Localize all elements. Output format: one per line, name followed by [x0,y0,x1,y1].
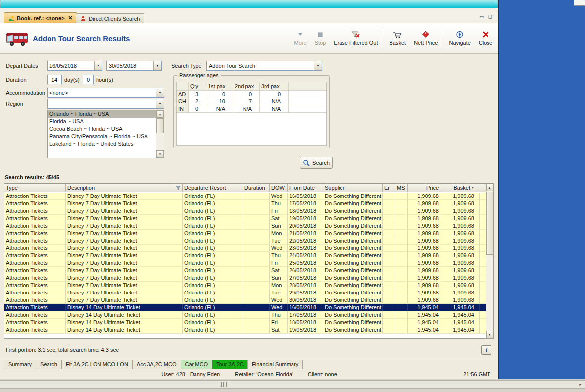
result-row[interactable]: Attraction TicketsDisney 7 Day Ultimate … [4,245,486,252]
col-header-type[interactable]: Type [4,184,66,192]
result-row[interactable]: Attraction TicketsDisney 14 Day Ultimate… [4,311,486,319]
result-row[interactable]: Attraction TicketsDisney 7 Day Ultimate … [4,222,486,230]
horizontal-scrollbar[interactable]: ► [0,380,585,389]
bottom-tab-flt-3a-2c-lon-mco-lon[interactable]: Flt 3A,2C LON MCO LON [62,360,133,369]
info-button[interactable]: i [481,345,491,355]
pax-ad-1st[interactable]: 0 [206,91,233,98]
pax-in-3rd[interactable]: N/A [260,105,289,113]
depart-date-to-combo[interactable]: 30/05/2018 ▼ [106,61,162,71]
pax-ch-3rd[interactable]: N/A [260,98,289,105]
dropdown-button[interactable]: ▼ [156,99,164,108]
bottom-tab-acc-3a-2c-mco[interactable]: Acc 3A,2C MCO [133,360,181,369]
filter-funnel-icon[interactable] [176,186,181,190]
window-titlebar[interactable] [0,0,498,8]
result-row[interactable]: Attraction TicketsDisney 7 Day Ultimate … [4,296,486,304]
bottom-tab-financial-summary[interactable]: Financial Summary [248,360,303,369]
scroll-up-icon[interactable]: ▲ [486,184,493,191]
col-header-basket[interactable]: Basket ▼ [440,184,476,192]
navigate-button[interactable]: Navigate [445,29,474,48]
result-row[interactable]: Attraction TicketsDisney 7 Day Ultimate … [4,252,486,259]
cell-basket: 1,909.68 [440,252,476,259]
col-header-from-date[interactable]: From Date [288,184,323,192]
region-listbox[interactable]: Orlando ~ Florida ~ USAFlorida ~ USACoco… [47,110,164,158]
result-row[interactable]: Attraction TicketsDisney 7 Day Ultimate … [4,200,486,207]
col-header-price[interactable]: Price [408,184,440,192]
col-header-description[interactable]: Description [66,184,183,192]
scroll-down-icon[interactable]: ▼ [486,331,493,338]
duration-hours-input[interactable] [83,75,94,84]
dropdown-button[interactable]: ▼ [153,61,161,70]
cell-description: Disney 7 Day Ultimate Ticket [66,267,183,274]
pax-ad-qty[interactable]: 3 [189,91,206,98]
pax-ch-2nd[interactable]: 7 [233,98,260,105]
dropdown-button[interactable]: ▼ [94,61,102,70]
cell-supplier: Do Something Different [323,207,383,214]
result-row[interactable]: Attraction TicketsDisney 7 Day Ultimate … [4,215,486,222]
scroll-right-icon[interactable]: ► [577,381,584,388]
close-button[interactable]: Close [475,29,496,48]
region-option[interactable]: Cocoa Beach ~ Florida ~ USA [48,125,156,133]
result-row[interactable]: Attraction TicketsDisney 7 Day Ultimate … [4,237,486,245]
scroll-thumb[interactable] [156,118,164,133]
duration-days-input[interactable] [47,75,62,84]
result-row[interactable]: Attraction TicketsDisney 7 Day Ultimate … [4,289,486,296]
tab-close-icon[interactable]: ✕ [68,15,73,21]
minimize-icon[interactable]: ▭ [479,15,484,19]
pax-ch-qty[interactable]: 2 [189,98,206,105]
pax-ch-1st[interactable]: 10 [206,98,233,105]
pax-in-1st[interactable]: N/A [206,105,233,113]
accommodation-combo[interactable]: <none> ▼ [47,88,164,98]
col-header-supplier[interactable]: Supplier [323,184,383,192]
col-header-er[interactable]: Er [383,184,395,192]
col-header-duration[interactable]: Duration [243,184,270,192]
result-row[interactable]: Attraction TicketsDisney 14 Day Ultimate… [4,319,486,326]
basket-button[interactable]: Basket [386,29,410,48]
bottom-tab-summary[interactable]: Summary [4,360,36,369]
col-header-dow[interactable]: DOW [270,184,288,192]
erase-filtered-out-button[interactable]: Erase Filtered Out [330,29,382,48]
result-row[interactable]: Attraction TicketsDisney 7 Day Ultimate … [4,259,486,267]
stop-button[interactable]: Stop [311,30,330,48]
cell-resort: Orlando (FL) [183,296,243,303]
more-button[interactable]: More [291,30,311,48]
result-row[interactable]: Attraction TicketsDisney 7 Day Ultimate … [4,230,486,237]
result-row[interactable]: Attraction TicketsDisney 7 Day Ultimate … [4,274,486,282]
result-row[interactable]: Attraction TicketsDisney 7 Day Ultimate … [4,207,486,215]
pax-in-2nd[interactable]: N/A [233,105,260,113]
scroll-thumb[interactable] [486,192,493,255]
bottom-tab-tour-3a-2c[interactable]: Tour 3A,2C [212,360,248,369]
maximize-icon[interactable]: ❏ [488,15,492,19]
pax-ad-2nd[interactable]: 0 [233,91,260,98]
scroll-up-icon[interactable]: ▲ [156,110,164,118]
results-scrollbar[interactable]: ▲ ▼ [486,184,493,338]
tab-direct-clients-search[interactable]: Direct Clients Search [76,13,144,23]
tab-booking-ref[interactable]: Book. ref.: <none> ✕ [4,12,77,23]
cell-ms [395,267,408,274]
region-option[interactable]: Panama City/Pensacola ~ Florida ~ USA [48,133,156,140]
nett-price-button[interactable]: Nett Price [410,29,441,48]
region-option[interactable]: Florida ~ USA [48,118,156,125]
search-button[interactable]: Search [300,157,333,169]
scroll-down-icon[interactable]: ▼ [156,150,164,158]
result-row[interactable]: Attraction TicketsDisney 7 Day Ultimate … [4,267,486,274]
result-row[interactable]: Attraction TicketsDisney 7 Day Ultimate … [4,193,486,200]
dropdown-button[interactable]: ▼ [314,61,322,70]
region-option[interactable]: Orlando ~ Florida ~ USA [48,110,156,118]
col-header-ms[interactable]: MS [395,184,408,192]
dropdown-button[interactable]: ▼ [156,88,164,97]
region-list-scrollbar[interactable]: ▲ ▼ [156,110,164,158]
region-option[interactable]: Lakeland ~ Florida ~ United States [48,140,156,147]
h-scroll-grip[interactable] [216,382,231,387]
result-row[interactable]: Attraction TicketsDisney 14 Day Ultimate… [4,304,486,311]
bottom-tab-car-mco[interactable]: Car MCO [181,360,212,369]
result-row[interactable]: Attraction TicketsDisney 14 Day Ultimate… [4,326,486,334]
col-header-departure-resort[interactable]: Departure Resort [183,184,243,192]
pax-in-qty[interactable]: 0 [189,105,206,113]
region-combo[interactable]: ▼ [47,99,164,109]
result-row[interactable]: Attraction TicketsDisney 7 Day Ultimate … [4,282,486,289]
search-type-combo[interactable]: Addon Tour Search ▼ [206,61,322,71]
depart-date-from-combo[interactable]: 16/05/2018 ▼ [47,61,102,71]
bottom-tab-search[interactable]: Search [36,360,62,369]
cell-from_date: 29/05/2018 [288,289,323,296]
pax-ad-3rd[interactable]: 0 [260,91,289,98]
